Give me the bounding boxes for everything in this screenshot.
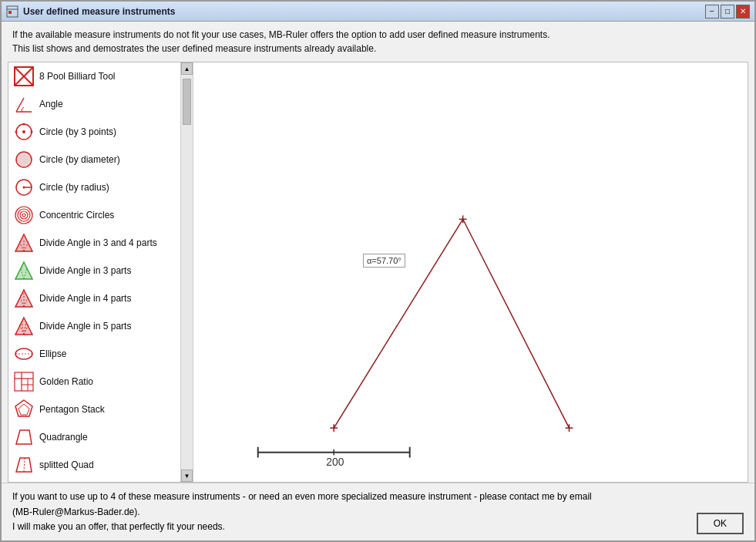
- list-item[interactable]: Angle: [8, 90, 180, 118]
- list-item[interactable]: Divide Angle in 3 parts: [8, 257, 180, 284]
- footer-line3: I will make you an offer, that perfectly…: [12, 520, 689, 534]
- header-description: If the available measure instruments do …: [2, 22, 754, 62]
- scroll-down-button[interactable]: ▼: [181, 470, 193, 482]
- list-item-label: Angle: [39, 99, 63, 109]
- divide-angle-3-icon: [13, 260, 35, 281]
- svg-point-9: [22, 130, 25, 133]
- window-title: User defined measure instruments: [23, 6, 705, 17]
- circle-diameter-icon: [13, 149, 35, 170]
- list-item[interactable]: Golden Ratio: [8, 368, 180, 396]
- minimize-button[interactable]: −: [705, 5, 719, 19]
- svg-marker-22: [15, 234, 32, 251]
- angle-drawing: 200: [193, 62, 748, 482]
- ok-button[interactable]: OK: [697, 513, 744, 534]
- list-item[interactable]: Circle (by radius): [8, 173, 180, 201]
- window-controls: − □ ✕: [705, 5, 750, 19]
- svg-line-7: [16, 98, 24, 112]
- scroll-up-button[interactable]: ▲: [181, 62, 193, 75]
- svg-point-38: [15, 348, 32, 359]
- angle-icon: [13, 93, 35, 115]
- header-line2: This list shows and demostrates the user…: [12, 42, 744, 56]
- list-item-label: Concentric Circles: [39, 210, 114, 221]
- list-item-label: splitted Quad: [39, 460, 94, 470]
- svg-point-10: [23, 123, 25, 126]
- svg-marker-29: [15, 290, 32, 307]
- svg-marker-45: [15, 400, 32, 416]
- list-item[interactable]: Divide Angle in 5 parts: [8, 312, 180, 340]
- instrument-list[interactable]: 8 Pool Billiard Tool Angle: [8, 62, 180, 482]
- list-item-label: Ellipse: [39, 348, 66, 359]
- instrument-list-panel: 8 Pool Billiard Tool Angle: [8, 62, 193, 482]
- list-item-label: Circle (by radius): [39, 182, 109, 193]
- svg-line-49: [24, 458, 25, 472]
- svg-point-21: [22, 214, 25, 217]
- svg-rect-40: [15, 372, 33, 391]
- billiard-icon: [13, 66, 35, 87]
- concentric-circles-icon: [13, 204, 35, 226]
- list-item[interactable]: splitted Quad: [8, 451, 180, 479]
- list-item[interactable]: Circle (by diameter): [8, 146, 180, 173]
- svg-point-17: [23, 187, 25, 189]
- scroll-thumb[interactable]: [183, 79, 191, 125]
- list-item-label: Quadrangle: [39, 432, 88, 443]
- footer: If you want to use up to 4 of these meas…: [2, 483, 754, 540]
- angle-label: α=57.70°: [363, 254, 405, 268]
- list-item[interactable]: 8 Pool Billiard Tool: [8, 62, 180, 90]
- divide-angle-3-4-icon: [13, 232, 35, 254]
- list-item-label: Circle (by diameter): [39, 154, 120, 165]
- list-item-label: Divide Angle in 3 parts: [39, 265, 131, 276]
- list-item[interactable]: Concentric Circles: [8, 201, 180, 229]
- svg-marker-46: [18, 404, 29, 415]
- title-bar: User defined measure instruments − □ ✕: [2, 2, 754, 22]
- circle-radius-icon: [13, 177, 35, 198]
- window-icon: [6, 5, 18, 18]
- list-item-label: Divide Angle in 3 and 4 parts: [39, 237, 157, 248]
- svg-marker-33: [15, 318, 32, 335]
- ellipse-icon: [13, 343, 35, 365]
- scroll-track[interactable]: [181, 75, 193, 470]
- footer-text: If you want to use up to 4 of these meas…: [12, 490, 697, 534]
- header-line1: If the available measure instruments do …: [12, 28, 744, 42]
- list-item[interactable]: Circle (by 3 points): [8, 118, 180, 146]
- list-item[interactable]: Ellipse: [8, 340, 180, 368]
- splitted-quad-icon: [13, 454, 35, 476]
- close-button[interactable]: ✕: [736, 5, 750, 19]
- list-item[interactable]: Pentagon Stack: [8, 396, 180, 423]
- svg-point-20: [20, 211, 28, 219]
- list-item[interactable]: Divide Angle in 4 parts: [8, 284, 180, 312]
- list-item-label: Circle (by 3 points): [39, 126, 116, 137]
- svg-marker-47: [16, 430, 32, 444]
- quadrangle-icon: [13, 426, 35, 448]
- list-item[interactable]: Divide Angle in 3 and 4 parts: [8, 229, 180, 257]
- list-item-label: Pentagon Stack: [39, 404, 105, 415]
- main-window: User defined measure instruments − □ ✕ I…: [0, 0, 756, 542]
- list-item-label: Golden Ratio: [39, 376, 93, 387]
- svg-point-14: [17, 153, 31, 167]
- svg-point-11: [31, 131, 33, 133]
- footer-line1: If you want to use up to 4 of these meas…: [12, 490, 689, 504]
- svg-text:200: 200: [326, 456, 344, 468]
- svg-line-50: [334, 219, 462, 428]
- footer-line2: (MB-Ruler@Markus-Bader.de).: [12, 505, 689, 520]
- list-scrollbar[interactable]: ▲ ▼: [180, 62, 193, 482]
- circle-3points-icon: [13, 121, 35, 143]
- svg-rect-2: [8, 11, 12, 14]
- svg-marker-26: [15, 262, 32, 279]
- drawing-canvas: 200 α=57.70°: [193, 62, 748, 482]
- pentagon-stack-icon: [13, 399, 35, 420]
- list-item-label: 8 Pool Billiard Tool: [39, 71, 116, 82]
- divide-angle-4-icon: [13, 288, 35, 309]
- divide-angle-5-icon: [13, 315, 35, 337]
- golden-ratio-icon: [13, 371, 35, 392]
- svg-point-12: [15, 131, 18, 133]
- list-item[interactable]: Quadrangle: [8, 423, 180, 451]
- svg-line-51: [463, 219, 570, 428]
- list-item-label: Divide Angle in 5 parts: [39, 321, 131, 332]
- restore-button[interactable]: □: [721, 5, 734, 19]
- list-item-label: Divide Angle in 4 parts: [39, 293, 131, 304]
- main-content: 8 Pool Billiard Tool Angle: [8, 62, 748, 483]
